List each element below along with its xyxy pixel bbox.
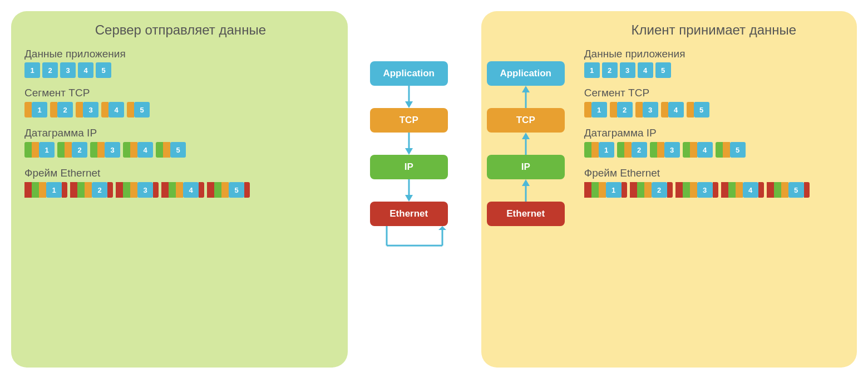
server-title: Сервер отправляет данные — [24, 22, 337, 38]
app-label: Application — [383, 68, 435, 79]
eth-seg-1: 1 — [24, 182, 67, 198]
ip-seg-3: 3 — [90, 141, 120, 158]
app-data-row: 1 2 3 4 5 — [24, 62, 337, 78]
svg-marker-13 — [522, 133, 530, 139]
ip-seg-1: 1 — [24, 141, 55, 158]
ip-seg-2: 2 — [57, 141, 87, 158]
arrow-tcp-ip — [403, 133, 415, 155]
client-tcp-box: TCP — [487, 108, 565, 133]
c-app-5: 5 — [655, 62, 671, 78]
tcp-seg-1: 1 — [24, 101, 47, 118]
c-app-2: 2 — [602, 62, 618, 78]
client-app-label: Данные приложения — [584, 48, 844, 60]
main-diagram: Сервер отправляет данные Данные приложен… — [11, 11, 857, 371]
c-app-4: 4 — [638, 62, 653, 78]
tcp-seg-2: 2 — [50, 101, 73, 118]
tcp-label: TCP — [400, 115, 418, 126]
eth-seg-5: 5 — [207, 182, 250, 198]
eth-section: Фрейм Ethernet 1 2 3 4 5 — [24, 167, 337, 198]
client-tcp-row: 1 2 3 4 5 — [584, 101, 844, 118]
tcp-label: Сегмент TCP — [24, 87, 337, 99]
tcp-seg-3: 3 — [76, 101, 98, 118]
app-block-3: 3 — [60, 62, 76, 78]
c-eth-4: 4 — [721, 182, 764, 198]
server-tcp-box: TCP — [370, 108, 448, 133]
c-app-1: 1 — [584, 62, 600, 78]
c-ip-1: 1 — [584, 141, 614, 158]
app-block-4: 4 — [78, 62, 93, 78]
client-ip-label: Датаграмма IP — [584, 127, 844, 139]
c-ip-4: 4 — [683, 141, 713, 158]
client-eth-row: 1 2 3 4 5 — [584, 182, 844, 198]
app-block-1: 1 — [24, 62, 40, 78]
client-title: Клиент принимает данные — [584, 22, 844, 38]
eth-seg-3: 3 — [116, 182, 159, 198]
client-eth-section: Фрейм Ethernet 1 2 3 4 5 — [584, 167, 844, 198]
svg-marker-11 — [522, 86, 530, 92]
svg-marker-5 — [405, 195, 413, 202]
client-app-box: Application — [487, 61, 565, 86]
c-tcp-1: 1 — [584, 101, 607, 118]
client-app-row: 1 2 3 4 5 — [584, 62, 844, 78]
client-ip-box: IP — [487, 155, 565, 179]
tcp-seg-5: 5 — [127, 101, 150, 118]
ip-seg-4: 4 — [123, 141, 153, 158]
client-data-sections: Клиент принимает данные Данные приложени… — [584, 22, 844, 198]
c-tcp-5: 5 — [687, 101, 709, 118]
middle-column: Application TCP IP Ethernet — [348, 11, 470, 368]
client-ip-section: Датаграмма IP 1 2 3 4 5 — [584, 127, 844, 158]
ip-row: 1 2 3 4 5 — [24, 141, 337, 158]
eth-row: 1 2 3 4 5 — [24, 182, 337, 198]
client-ip-label: IP — [521, 161, 530, 173]
c-ip-5: 5 — [716, 141, 746, 158]
svg-marker-15 — [522, 179, 530, 186]
app-block-5: 5 — [96, 62, 111, 78]
app-data-section: Данные приложения 1 2 3 4 5 — [24, 48, 337, 78]
c-ip-2: 2 — [617, 141, 647, 158]
ip-seg-5: 5 — [156, 141, 186, 158]
app-block-2: 2 — [42, 62, 58, 78]
client-proto-stack: Application TCP IP Ethernet — [487, 61, 565, 226]
client-tcp-label: TCP — [516, 115, 535, 126]
ip-label: Датаграмма IP — [24, 127, 337, 139]
arrow-app-tcp — [403, 86, 415, 108]
client-arrow-tcp-app — [520, 86, 531, 108]
client-app-label: Application — [500, 68, 551, 79]
client-arrow-eth-ip — [520, 179, 531, 202]
client-eth-label: Ethernet — [506, 208, 545, 219]
c-ip-3: 3 — [650, 141, 680, 158]
svg-marker-3 — [405, 148, 413, 155]
client-panel: Application TCP IP Ethernet — [481, 11, 857, 368]
c-app-3: 3 — [620, 62, 635, 78]
svg-marker-9 — [438, 226, 446, 230]
client-arrow-ip-tcp — [520, 133, 531, 155]
arrow-ip-eth — [403, 179, 415, 202]
client-eth-box: Ethernet — [487, 202, 565, 226]
client-eth-label: Фрейм Ethernet — [584, 167, 844, 179]
bottom-connector — [348, 226, 470, 265]
proto-stack: Application TCP IP Ethernet — [348, 61, 470, 265]
eth-seg-4: 4 — [161, 182, 204, 198]
server-eth-box: Ethernet — [370, 202, 448, 226]
c-eth-3: 3 — [675, 182, 718, 198]
c-tcp-2: 2 — [610, 101, 633, 118]
c-tcp-3: 3 — [635, 101, 658, 118]
eth-label: Фрейм Ethernet — [24, 167, 337, 179]
client-app-blocks: 1 2 3 4 5 — [584, 62, 671, 78]
app-data-blocks: 1 2 3 4 5 — [24, 62, 111, 78]
ip-label: IP — [405, 161, 413, 173]
tcp-section: Сегмент TCP 1 2 3 4 — [24, 87, 337, 118]
eth-label: Ethernet — [389, 208, 428, 219]
client-ip-row: 1 2 3 4 5 — [584, 141, 844, 158]
client-tcp-label: Сегмент TCP — [584, 87, 844, 99]
tcp-seg-4: 4 — [101, 101, 124, 118]
client-app-section: Данные приложения 1 2 3 4 5 — [584, 48, 844, 78]
server-ip-box: IP — [370, 155, 448, 179]
client-tcp-section: Сегмент TCP 1 2 3 4 5 — [584, 87, 844, 118]
svg-marker-1 — [405, 101, 413, 108]
c-eth-5: 5 — [767, 182, 810, 198]
eth-seg-2: 2 — [70, 182, 113, 198]
server-panel: Сервер отправляет данные Данные приложен… — [11, 11, 348, 368]
app-data-label: Данные приложения — [24, 48, 337, 60]
c-eth-1: 1 — [584, 182, 627, 198]
